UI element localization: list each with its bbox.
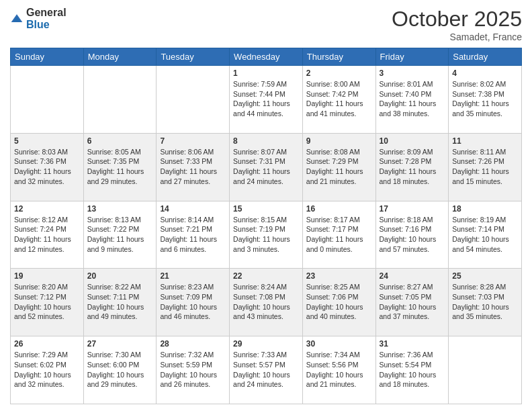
calendar-table: Sunday Monday Tuesday Wednesday Thursday… <box>10 48 522 404</box>
day-number: 11 <box>452 136 518 146</box>
day-number: 30 <box>306 339 372 349</box>
day-number: 15 <box>233 204 299 214</box>
day-number: 24 <box>380 271 445 281</box>
day-cell: 18Sunrise: 8:19 AM Sunset: 7:14 PM Dayli… <box>449 201 522 269</box>
day-info: Sunrise: 7:30 AM Sunset: 6:00 PM Dayligh… <box>87 350 153 390</box>
logo-general: General <box>26 7 66 18</box>
day-cell: 4Sunrise: 8:02 AM Sunset: 7:38 PM Daylig… <box>449 66 522 134</box>
day-info: Sunrise: 8:17 AM Sunset: 7:17 PM Dayligh… <box>306 215 372 255</box>
day-info: Sunrise: 8:01 AM Sunset: 7:40 PM Dayligh… <box>380 79 445 119</box>
day-cell: 22Sunrise: 8:24 AM Sunset: 7:08 PM Dayli… <box>230 269 303 336</box>
day-info: Sunrise: 8:23 AM Sunset: 7:09 PM Dayligh… <box>160 282 226 322</box>
day-cell: 5Sunrise: 8:03 AM Sunset: 7:36 PM Daylig… <box>11 133 84 201</box>
week-row-1: 1Sunrise: 7:59 AM Sunset: 7:44 PM Daylig… <box>11 66 522 134</box>
day-info: Sunrise: 8:05 AM Sunset: 7:35 PM Dayligh… <box>87 147 153 187</box>
day-number: 14 <box>160 204 226 214</box>
logo-icon <box>10 12 24 26</box>
day-info: Sunrise: 8:19 AM Sunset: 7:14 PM Dayligh… <box>452 215 518 255</box>
day-cell: 21Sunrise: 8:23 AM Sunset: 7:09 PM Dayli… <box>157 269 230 336</box>
day-cell: 25Sunrise: 8:28 AM Sunset: 7:03 PM Dayli… <box>449 269 522 336</box>
day-cell: 10Sunrise: 8:09 AM Sunset: 7:28 PM Dayli… <box>375 133 449 201</box>
day-number: 4 <box>452 68 518 78</box>
day-number: 22 <box>233 271 299 281</box>
day-number: 7 <box>160 136 226 146</box>
day-info: Sunrise: 8:12 AM Sunset: 7:24 PM Dayligh… <box>14 215 80 255</box>
col-saturday: Saturday <box>449 48 522 66</box>
month-title: October 2025 <box>392 7 522 32</box>
day-info: Sunrise: 8:08 AM Sunset: 7:29 PM Dayligh… <box>306 147 372 187</box>
day-number: 16 <box>306 204 372 214</box>
day-cell: 15Sunrise: 8:15 AM Sunset: 7:19 PM Dayli… <box>230 201 303 269</box>
day-cell: 31Sunrise: 7:36 AM Sunset: 5:54 PM Dayli… <box>375 336 449 404</box>
day-cell: 30Sunrise: 7:34 AM Sunset: 5:56 PM Dayli… <box>302 336 375 404</box>
day-info: Sunrise: 7:34 AM Sunset: 5:56 PM Dayligh… <box>306 350 372 390</box>
day-number: 23 <box>306 271 372 281</box>
day-cell <box>449 336 522 404</box>
day-info: Sunrise: 8:24 AM Sunset: 7:08 PM Dayligh… <box>233 282 299 322</box>
day-number: 19 <box>14 271 80 281</box>
day-cell: 2Sunrise: 8:00 AM Sunset: 7:42 PM Daylig… <box>302 66 375 134</box>
day-number: 31 <box>380 339 445 349</box>
location: Samadet, France <box>392 32 522 42</box>
day-info: Sunrise: 7:29 AM Sunset: 6:02 PM Dayligh… <box>14 350 80 390</box>
day-cell <box>11 66 84 134</box>
col-tuesday: Tuesday <box>157 48 230 66</box>
day-cell: 3Sunrise: 8:01 AM Sunset: 7:40 PM Daylig… <box>375 66 449 134</box>
day-number: 29 <box>233 339 299 349</box>
col-sunday: Sunday <box>11 48 84 66</box>
day-info: Sunrise: 7:59 AM Sunset: 7:44 PM Dayligh… <box>233 79 299 119</box>
day-cell: 12Sunrise: 8:12 AM Sunset: 7:24 PM Dayli… <box>11 201 84 269</box>
day-info: Sunrise: 8:15 AM Sunset: 7:19 PM Dayligh… <box>233 215 299 255</box>
day-number: 6 <box>87 136 153 146</box>
week-row-2: 5Sunrise: 8:03 AM Sunset: 7:36 PM Daylig… <box>11 133 522 201</box>
day-info: Sunrise: 8:22 AM Sunset: 7:11 PM Dayligh… <box>87 282 153 322</box>
day-cell: 11Sunrise: 8:11 AM Sunset: 7:26 PM Dayli… <box>449 133 522 201</box>
day-number: 28 <box>160 339 226 349</box>
day-number: 2 <box>306 68 372 78</box>
day-number: 18 <box>452 204 518 214</box>
day-info: Sunrise: 8:00 AM Sunset: 7:42 PM Dayligh… <box>306 79 372 119</box>
day-info: Sunrise: 8:11 AM Sunset: 7:26 PM Dayligh… <box>452 147 518 187</box>
day-cell: 24Sunrise: 8:27 AM Sunset: 7:05 PM Dayli… <box>375 269 449 336</box>
day-number: 26 <box>14 339 80 349</box>
day-info: Sunrise: 8:28 AM Sunset: 7:03 PM Dayligh… <box>452 282 518 322</box>
day-info: Sunrise: 8:07 AM Sunset: 7:31 PM Dayligh… <box>233 147 299 187</box>
week-row-3: 12Sunrise: 8:12 AM Sunset: 7:24 PM Dayli… <box>11 201 522 269</box>
day-number: 3 <box>380 68 445 78</box>
day-info: Sunrise: 8:13 AM Sunset: 7:22 PM Dayligh… <box>87 215 153 255</box>
day-info: Sunrise: 7:33 AM Sunset: 5:57 PM Dayligh… <box>233 350 299 390</box>
day-cell: 13Sunrise: 8:13 AM Sunset: 7:22 PM Dayli… <box>83 201 157 269</box>
day-info: Sunrise: 8:20 AM Sunset: 7:12 PM Dayligh… <box>14 282 80 322</box>
day-cell: 1Sunrise: 7:59 AM Sunset: 7:44 PM Daylig… <box>230 66 303 134</box>
page: General Blue October 2025 Samadet, Franc… <box>0 0 532 411</box>
day-cell: 26Sunrise: 7:29 AM Sunset: 6:02 PM Dayli… <box>11 336 84 404</box>
day-number: 20 <box>87 271 153 281</box>
col-monday: Monday <box>83 48 157 66</box>
day-number: 25 <box>452 271 518 281</box>
logo-text: General Blue <box>26 7 66 31</box>
day-cell <box>157 66 230 134</box>
day-info: Sunrise: 7:36 AM Sunset: 5:54 PM Dayligh… <box>380 350 445 390</box>
day-info: Sunrise: 8:03 AM Sunset: 7:36 PM Dayligh… <box>14 147 80 187</box>
col-friday: Friday <box>375 48 449 66</box>
day-info: Sunrise: 8:18 AM Sunset: 7:16 PM Dayligh… <box>380 215 445 255</box>
day-cell <box>83 66 157 134</box>
day-number: 1 <box>233 68 299 78</box>
day-number: 27 <box>87 339 153 349</box>
day-number: 5 <box>14 136 80 146</box>
day-cell: 19Sunrise: 8:20 AM Sunset: 7:12 PM Dayli… <box>11 269 84 336</box>
col-thursday: Thursday <box>302 48 375 66</box>
day-number: 10 <box>380 136 445 146</box>
header: General Blue October 2025 Samadet, Franc… <box>10 7 522 42</box>
header-row: Sunday Monday Tuesday Wednesday Thursday… <box>11 48 522 66</box>
day-cell: 17Sunrise: 8:18 AM Sunset: 7:16 PM Dayli… <box>375 201 449 269</box>
day-cell: 27Sunrise: 7:30 AM Sunset: 6:00 PM Dayli… <box>83 336 157 404</box>
day-cell: 28Sunrise: 7:32 AM Sunset: 5:59 PM Dayli… <box>157 336 230 404</box>
day-info: Sunrise: 7:32 AM Sunset: 5:59 PM Dayligh… <box>160 350 226 390</box>
day-info: Sunrise: 8:06 AM Sunset: 7:33 PM Dayligh… <box>160 147 226 187</box>
logo: General Blue <box>10 7 66 31</box>
day-cell: 29Sunrise: 7:33 AM Sunset: 5:57 PM Dayli… <box>230 336 303 404</box>
day-cell: 14Sunrise: 8:14 AM Sunset: 7:21 PM Dayli… <box>157 201 230 269</box>
day-info: Sunrise: 8:02 AM Sunset: 7:38 PM Dayligh… <box>452 79 518 119</box>
day-info: Sunrise: 8:25 AM Sunset: 7:06 PM Dayligh… <box>306 282 372 322</box>
